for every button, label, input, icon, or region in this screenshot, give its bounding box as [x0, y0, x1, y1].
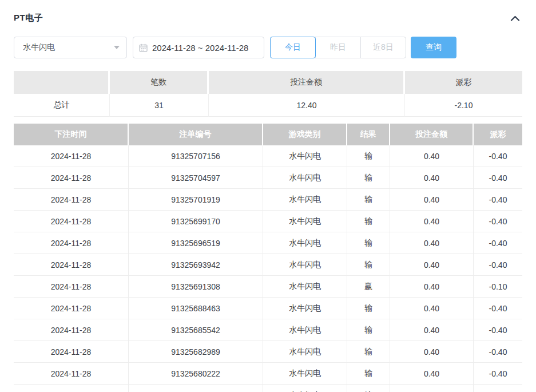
cell-result: 输 [347, 385, 390, 392]
summary-table-header: 笔数 投注金额 派彩 [14, 71, 522, 94]
cell-bet-amount: 0.40 [390, 189, 474, 211]
cell-order-no: 91325701919 [129, 189, 263, 211]
quick-range-last8days-button[interactable]: 近8日 [360, 37, 406, 58]
table-row: 2024-11-28 91325707156 水牛闪电 输 0.40 -0.40 [14, 145, 522, 167]
cell-result: 输 [347, 145, 390, 167]
summary-header-bet-amount: 投注金额 [209, 71, 405, 94]
cell-order-no: 91325707156 [129, 145, 263, 167]
cell-bet-amount: 0.40 [390, 211, 474, 232]
cell-result: 输 [347, 167, 390, 189]
table-row: 2024-11-28 91325704597 水牛闪电 输 0.40 -0.40 [14, 167, 522, 189]
query-button[interactable]: 查询 [411, 37, 456, 58]
cell-result: 输 [347, 254, 390, 276]
table-row: 2024-11-28 91325680222 水牛闪电 输 0.40 -0.40 [14, 363, 522, 385]
cell-game-type: 水牛闪电 [263, 385, 347, 392]
cell-result: 输 [347, 232, 390, 254]
summary-total-label: 总计 [14, 94, 110, 117]
table-row: 2024-11-28 91325699170 水牛闪电 输 0.40 -0.40 [14, 211, 522, 232]
cell-bet-amount: 0.40 [390, 145, 474, 167]
summary-header-count: 笔数 [110, 71, 209, 94]
cell-bet-time: 2024-11-28 [14, 363, 129, 385]
cell-bet-amount [390, 385, 474, 392]
table-row: 水牛闪电 输 [14, 385, 522, 392]
cell-order-no: 91325685542 [129, 319, 263, 341]
cell-order-no: 91325704597 [129, 167, 263, 189]
cell-bet-time: 2024-11-28 [14, 254, 129, 276]
cell-order-no: 91325693942 [129, 254, 263, 276]
cell-order-no: 91325688463 [129, 298, 263, 319]
cell-game-type: 水牛闪电 [263, 319, 347, 341]
page-title: PT电子 [14, 13, 43, 23]
game-select[interactable]: 水牛闪电 [14, 37, 127, 58]
cell-game-type: 水牛闪电 [263, 363, 347, 385]
cell-bet-time: 2024-11-28 [14, 167, 129, 189]
cell-result: 赢 [347, 276, 390, 298]
cell-bet-amount: 0.40 [390, 254, 474, 276]
cell-payout: -0.40 [474, 145, 522, 167]
cell-payout: -0.40 [474, 254, 522, 276]
cell-game-type: 水牛闪电 [263, 341, 347, 363]
detail-header-bet-time: 下注时间 [14, 124, 129, 145]
cell-order-no [129, 385, 263, 392]
cell-payout: -0.40 [474, 319, 522, 341]
cell-bet-amount: 0.40 [390, 363, 474, 385]
chevron-down-icon [114, 46, 120, 49]
chevron-up-icon [510, 15, 520, 21]
cell-game-type: 水牛闪电 [263, 167, 347, 189]
cell-bet-time: 2024-11-28 [14, 319, 129, 341]
table-row: 2024-11-28 91325691308 水牛闪电 赢 0.40 -0.10 [14, 276, 522, 298]
quick-range-group: 今日 昨日 近8日 [270, 37, 406, 58]
cell-payout: -0.40 [474, 211, 522, 232]
cell-payout: -0.40 [474, 363, 522, 385]
cell-order-no: 91325696519 [129, 232, 263, 254]
cell-bet-time: 2024-11-28 [14, 211, 129, 232]
summary-total-row: 总计 31 12.40 -2.10 [14, 94, 522, 117]
table-row: 2024-11-28 91325685542 水牛闪电 输 0.40 -0.40 [14, 319, 522, 341]
table-row: 2024-11-28 91325701919 水牛闪电 输 0.40 -0.40 [14, 189, 522, 211]
table-row: 2024-11-28 91325688463 水牛闪电 输 0.40 -0.40 [14, 298, 522, 319]
table-row: 2024-11-28 91325693942 水牛闪电 输 0.40 -0.40 [14, 254, 522, 276]
cell-payout: -0.40 [474, 189, 522, 211]
cell-result: 输 [347, 319, 390, 341]
cell-bet-time [14, 385, 129, 392]
cell-payout: -0.40 [474, 341, 522, 363]
panel-header: PT电子 [14, 13, 522, 23]
cell-game-type: 水牛闪电 [263, 189, 347, 211]
cell-game-type: 水牛闪电 [263, 276, 347, 298]
cell-order-no: 91325699170 [129, 211, 263, 232]
cell-bet-amount: 0.40 [390, 341, 474, 363]
quick-range-yesterday-button[interactable]: 昨日 [315, 37, 361, 58]
cell-order-no: 91325691308 [129, 276, 263, 298]
cell-bet-amount: 0.40 [390, 167, 474, 189]
summary-header-blank [14, 71, 110, 94]
cell-result: 输 [347, 341, 390, 363]
table-row: 2024-11-28 91325682989 水牛闪电 输 0.40 -0.40 [14, 341, 522, 363]
detail-table: 下注时间 注单编号 游戏类别 结果 投注金额 派彩 2024-11-28 913… [14, 124, 522, 392]
cell-bet-amount: 0.40 [390, 276, 474, 298]
detail-table-header: 下注时间 注单编号 游戏类别 结果 投注金额 派彩 [14, 124, 522, 145]
detail-table-body: 2024-11-28 91325707156 水牛闪电 输 0.40 -0.40… [14, 145, 522, 392]
detail-header-result: 结果 [347, 124, 390, 145]
collapse-button[interactable] [508, 14, 522, 22]
cell-payout: -0.40 [474, 167, 522, 189]
summary-total-count: 31 [110, 94, 209, 117]
quick-range-today-button[interactable]: 今日 [270, 37, 316, 58]
cell-bet-amount: 0.40 [390, 298, 474, 319]
date-range-input[interactable]: 2024-11-28 ~ 2024-11-28 [133, 37, 264, 58]
cell-bet-time: 2024-11-28 [14, 298, 129, 319]
cell-bet-time: 2024-11-28 [14, 189, 129, 211]
cell-game-type: 水牛闪电 [263, 298, 347, 319]
cell-payout: -0.10 [474, 276, 522, 298]
summary-header-payout: 派彩 [405, 71, 522, 94]
date-range-value: 2024-11-28 ~ 2024-11-28 [152, 43, 248, 53]
cell-bet-time: 2024-11-28 [14, 341, 129, 363]
cell-bet-time: 2024-11-28 [14, 276, 129, 298]
filter-row: 水牛闪电 2024-11-28 ~ 2024-11-28 [14, 37, 522, 58]
cell-bet-amount: 0.40 [390, 232, 474, 254]
detail-header-order-no: 注单编号 [129, 124, 263, 145]
cell-payout [474, 385, 522, 392]
cell-order-no: 91325682989 [129, 341, 263, 363]
table-row: 2024-11-28 91325696519 水牛闪电 输 0.40 -0.40 [14, 232, 522, 254]
cell-result: 输 [347, 363, 390, 385]
cell-result: 输 [347, 298, 390, 319]
